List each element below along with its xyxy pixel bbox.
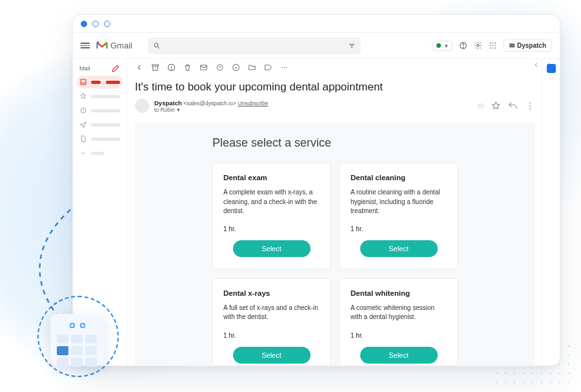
- service-desc: A cosmetic whitening session with a dent…: [351, 304, 447, 323]
- services-grid: Dental exam A complete exam with x-rays,…: [212, 163, 458, 366]
- search-options-icon[interactable]: [348, 42, 356, 50]
- chevron-down-icon: [79, 149, 87, 157]
- star-icon: [79, 92, 87, 100]
- account-status-chip[interactable]: ▾: [432, 41, 453, 51]
- svg-point-7: [477, 45, 479, 46]
- main-menu-icon[interactable]: [81, 43, 90, 48]
- labels-icon[interactable]: [264, 63, 272, 72]
- email-date: [477, 103, 484, 108]
- svg-point-24: [281, 67, 283, 68]
- workspace-account-button[interactable]: ✉ Dyspatch: [504, 39, 552, 52]
- select-button[interactable]: Select: [233, 347, 311, 364]
- unsubscribe-link[interactable]: Unsubscribe: [238, 100, 268, 107]
- sidebar-item-drafts[interactable]: [77, 132, 123, 145]
- clock-icon: [79, 107, 87, 114]
- svg-point-0: [154, 43, 158, 47]
- svg-point-31: [529, 105, 531, 107]
- mail-toolbar: [127, 59, 560, 76]
- gmail-logo[interactable]: Gmail: [96, 41, 132, 50]
- service-duration: 1 hr.: [223, 225, 320, 232]
- svg-point-26: [286, 67, 287, 68]
- service-duration: 1 hr.: [223, 332, 320, 339]
- inbox-icon: [79, 78, 87, 86]
- support-icon[interactable]: [459, 41, 467, 50]
- svg-point-32: [529, 108, 531, 110]
- search-input[interactable]: [148, 37, 361, 54]
- to-line: to Robin: [154, 107, 175, 113]
- select-button[interactable]: Select: [360, 347, 438, 364]
- prev-icon[interactable]: [533, 61, 540, 68]
- service-desc: A routine cleaning with a dental hygieni…: [351, 188, 447, 216]
- search-icon: [153, 42, 161, 50]
- svg-point-15: [493, 47, 494, 48]
- svg-point-9: [493, 43, 494, 44]
- window-titlebar: [73, 15, 560, 33]
- archive-icon[interactable]: [151, 63, 159, 72]
- calendar-illustration: [50, 314, 105, 366]
- service-name: Dental whitening: [351, 289, 447, 297]
- sender-avatar[interactable]: [135, 99, 149, 113]
- svg-point-12: [493, 45, 494, 46]
- settings-gear-icon[interactable]: [474, 41, 482, 50]
- side-panel: [542, 59, 560, 366]
- svg-point-13: [494, 45, 496, 46]
- report-spam-icon[interactable]: [167, 63, 176, 72]
- svg-point-20: [171, 68, 172, 69]
- snooze-icon[interactable]: [216, 63, 224, 72]
- email-body: Please select a service Dental exam A co…: [135, 122, 535, 366]
- mark-unread-icon[interactable]: [199, 63, 208, 72]
- compose-button[interactable]: [111, 64, 120, 73]
- back-icon[interactable]: [135, 63, 143, 72]
- reply-icon[interactable]: [507, 101, 518, 111]
- move-to-icon[interactable]: [248, 63, 256, 72]
- sender-email: <sales@dyspatch.io>: [183, 100, 236, 107]
- service-card: Dental whitening A cosmetic whitening se…: [340, 278, 458, 366]
- workspace-account-label: Dyspatch: [517, 42, 546, 49]
- apps-grid-icon[interactable]: [489, 41, 497, 50]
- svg-point-8: [490, 43, 491, 44]
- sender-name: Dyspatch: [154, 99, 182, 107]
- service-name: Dental x-rays: [223, 289, 320, 297]
- gmail-header: Gmail ▾ ✉ Dyspatch: [73, 33, 560, 59]
- sidebar-item-inbox[interactable]: [77, 76, 123, 88]
- gmail-m-icon: [96, 41, 108, 50]
- service-name: Dental exam: [223, 174, 320, 181]
- envelope-icon: ✉: [509, 42, 515, 49]
- browser-window: Gmail ▾ ✉ Dyspatch Mail: [72, 14, 560, 366]
- status-dot-icon: [436, 43, 441, 48]
- svg-point-30: [529, 102, 531, 103]
- service-card: Dental x-rays A full set of x-rays and a…: [212, 278, 331, 366]
- calendar-addon-icon[interactable]: [547, 64, 556, 73]
- gmail-logo-text: Gmail: [110, 41, 132, 50]
- mail-content: It's time to book your upcoming dental a…: [127, 59, 560, 366]
- sidebar-mail-label[interactable]: Mail: [79, 65, 90, 72]
- more-icon[interactable]: [280, 63, 289, 72]
- services-title: Please select a service: [212, 136, 458, 150]
- window-dot: [81, 21, 87, 27]
- sidebar-item-more[interactable]: [77, 147, 123, 160]
- svg-point-11: [490, 45, 491, 46]
- sidebar-item-snoozed[interactable]: [77, 104, 123, 117]
- svg-point-25: [284, 67, 285, 68]
- svg-rect-18: [152, 65, 159, 66]
- svg-point-10: [494, 43, 496, 44]
- service-desc: A full set of x-rays and a check-in with…: [223, 304, 320, 323]
- service-duration: 1 hr.: [351, 225, 447, 232]
- window-dot: [104, 21, 110, 27]
- service-card: Dental exam A complete exam with x-rays,…: [212, 163, 331, 269]
- delete-icon[interactable]: [183, 63, 192, 72]
- more-vert-icon[interactable]: [525, 101, 535, 111]
- select-button[interactable]: Select: [360, 240, 438, 257]
- file-icon: [79, 135, 87, 143]
- select-button[interactable]: Select: [233, 240, 311, 257]
- star-icon[interactable]: [491, 101, 501, 111]
- service-desc: A complete exam with x-rays, a cleaning,…: [223, 188, 320, 216]
- details-chevron-icon[interactable]: ▾: [177, 107, 180, 113]
- add-to-tasks-icon[interactable]: [232, 63, 240, 72]
- chevron-down-icon: ▾: [445, 43, 448, 49]
- sidebar-item-starred[interactable]: [77, 90, 123, 103]
- sent-icon: [79, 121, 87, 129]
- svg-line-1: [158, 46, 159, 48]
- window-dot: [92, 21, 99, 27]
- sidebar-item-sent[interactable]: [77, 118, 123, 131]
